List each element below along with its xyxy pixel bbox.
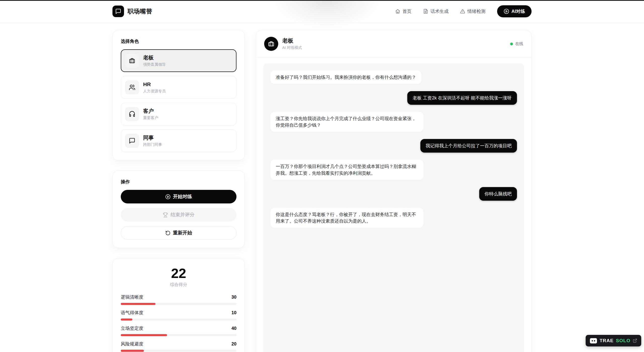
users-icon [125, 80, 139, 94]
end-and-score-button[interactable]: 结束并评分 [121, 208, 236, 222]
role-name: 同事 [143, 134, 162, 141]
role-name: 客户 [143, 108, 158, 114]
external-link-icon [633, 338, 637, 343]
brand[interactable]: 职场嘴替 [112, 6, 152, 17]
metric-row: 立场坚定度 40 [121, 325, 236, 336]
role-card-boss[interactable]: 老板 强势直属领导 [121, 49, 236, 72]
metric-row: 风险规避度 20 [121, 341, 236, 352]
chat-bubble-icon [125, 134, 139, 148]
role-section-title: 选择角色 [121, 38, 236, 44]
brand-name: 职场嘴替 [128, 7, 152, 15]
role-desc: 跨部门同事 [143, 142, 162, 147]
actions-section-title: 操作 [121, 179, 236, 185]
metric-value: 10 [231, 310, 236, 315]
role-name: 老板 [143, 54, 166, 61]
nav-item-label: 情绪检测 [467, 8, 486, 14]
role-desc: 重要客户 [143, 116, 158, 120]
metric-label: 风险规避度 [121, 341, 143, 347]
start-practice-label: 开始对练 [173, 193, 192, 200]
trae-solo-label: SOLO [616, 338, 630, 343]
metric-bar-fill [121, 303, 155, 305]
ai-practice-label: AI对练 [511, 8, 525, 14]
metric-row: 语气得体度 10 [121, 310, 236, 321]
role-desc: 强势直属领导 [143, 62, 166, 67]
overall-score-value: 22 [121, 266, 236, 281]
trophy-icon [163, 212, 168, 218]
chat-bubble-icon [112, 6, 124, 17]
chat-partner-name: 老板 [282, 38, 302, 44]
overall-score-label: 综合得分 [121, 282, 236, 288]
ai-message-bubble: 涨工资？你先给我说说你上个月完成了什么业绩？公司现在资金紧张，你觉得自己值多少钱… [270, 112, 423, 132]
metric-bar-track [121, 350, 236, 352]
trae-logo-icon [590, 338, 597, 344]
main-content: 选择角色 老板 强势直属领导 HR 人力资源专员 [112, 30, 532, 352]
metric-bar-track [121, 303, 236, 305]
metric-value: 20 [231, 341, 236, 347]
restart-icon [165, 230, 171, 236]
chat-panel: 老板 AI 对练模式 在线 准备好了吗？我们开始练习。我来扮演你的老板，你有什么… [256, 30, 532, 352]
metric-value: 30 [231, 295, 236, 300]
metric-label: 逻辑清晰度 [121, 294, 143, 300]
user-message-bubble: 我记得我上个月给公司拉了一百万的项目吧 [420, 139, 517, 153]
home-icon [395, 9, 400, 14]
chat-mode-label: AI 对练模式 [282, 45, 302, 50]
boss-avatar briefcase-icon [264, 37, 278, 51]
online-status: 在线 [510, 41, 523, 47]
metric-bar-track [121, 334, 236, 336]
ai-message-bubble: 你这是什么态度？骂老板？行，你被开了，现在去财务结工资，明天不用来了。公司不养这… [270, 208, 423, 228]
end-and-score-label: 结束并评分 [171, 212, 194, 218]
metric-bar-fill [121, 350, 144, 352]
nav-item-emotion-detection[interactable]: 情绪检测 [460, 8, 486, 14]
user-message-bubble: 你特么脑残吧 [479, 187, 517, 201]
actions-panel: 操作 开始对练 结束并评分 重新开始 [112, 170, 245, 248]
score-panel: 22 综合得分 逻辑清晰度 30 语气得体度 10 [112, 258, 245, 352]
restart-label: 重新开始 [173, 230, 192, 236]
nav-item-home[interactable]: 首页 [395, 8, 412, 14]
alert-triangle-icon [460, 9, 465, 14]
nav-item-label: 首页 [403, 8, 412, 14]
nav-item-script-generation[interactable]: 话术生成 [423, 8, 449, 14]
main-nav: 首页 话术生成 情绪检测 AI对练 [395, 5, 532, 17]
role-card-hr[interactable]: HR 人力资源专员 [121, 76, 236, 99]
metric-value: 40 [231, 326, 236, 331]
trae-brand-label: TRAE [599, 338, 614, 343]
sidebar: 选择角色 老板 强势直属领导 HR 人力资源专员 [112, 30, 245, 352]
document-icon [423, 9, 428, 14]
ai-practice-button[interactable]: AI对练 [497, 5, 532, 17]
nav-item-label: 话术生成 [430, 8, 449, 14]
metric-label: 立场坚定度 [121, 325, 143, 331]
metric-bar-track [121, 319, 236, 321]
online-status-label: 在线 [515, 41, 523, 47]
chat-header: 老板 AI 对练模式 在线 [256, 30, 531, 58]
metric-row: 逻辑清晰度 30 [121, 294, 236, 305]
role-card-colleague[interactable]: 同事 跨部门同事 [121, 129, 236, 152]
chat-message-list[interactable]: 准备好了吗？我们开始练习。我来扮演你的老板，你有什么想沟通的？ 老板 工资2k … [263, 63, 524, 352]
role-select-panel: 选择角色 老板 强势直属领导 HR 人力资源专员 [112, 30, 245, 160]
metric-label: 语气得体度 [121, 310, 143, 316]
ai-message-bubble: 一百万？你那个项目利润才几个点？公司垫资成本算过吗？别拿流水糊弄我。想涨工资，先… [270, 160, 423, 180]
play-circle-icon [165, 194, 171, 199]
metric-bar-fill [121, 334, 167, 336]
start-practice-button[interactable]: 开始对练 [121, 190, 236, 203]
headset-icon [125, 107, 139, 121]
top-accent-bar [0, 0, 644, 1]
online-dot-icon [510, 43, 513, 45]
ai-message-bubble: 准备好了吗？我们开始练习。我来扮演你的老板，你有什么想沟通的？ [270, 71, 421, 84]
trae-solo-badge[interactable]: TRAE SOLO [586, 335, 641, 346]
play-circle-icon [504, 9, 509, 14]
role-desc: 人力资源专员 [143, 89, 166, 94]
role-card-client[interactable]: 客户 重要客户 [121, 103, 236, 125]
metric-bar-fill [121, 319, 132, 321]
user-message-bubble: 老板 工资2k 在深圳活不起呀 能不能给我涨一涨呀 [407, 91, 517, 105]
role-name: HR [143, 81, 166, 87]
app-header: 职场嘴替 首页 话术生成 情绪检测 AI对练 [0, 0, 644, 23]
restart-button[interactable]: 重新开始 [121, 226, 236, 240]
briefcase-icon [125, 54, 139, 68]
